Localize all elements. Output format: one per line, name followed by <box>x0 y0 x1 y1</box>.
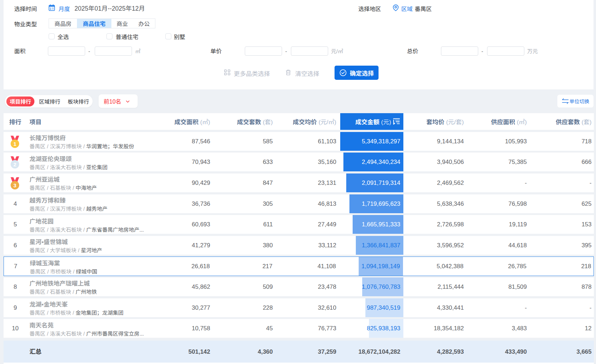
svg-text:2: 2 <box>13 161 16 167</box>
svg-text:3: 3 <box>13 182 16 188</box>
svg-text:1: 1 <box>13 140 16 147</box>
